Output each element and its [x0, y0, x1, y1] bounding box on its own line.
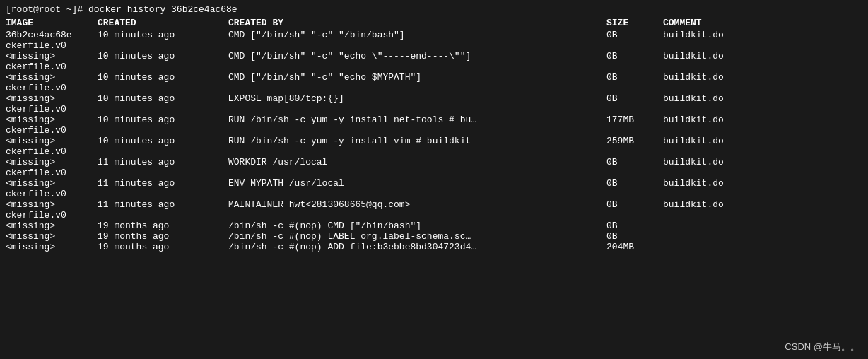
cell-image: <missing>: [6, 231, 98, 242]
cell-image: <missing>: [6, 242, 98, 252]
cell-comment: buildkit.do: [663, 178, 804, 189]
row-line1: <missing>11 minutes agoMAINTAINER hwt<28…: [6, 199, 862, 210]
cell-size: 0B: [606, 93, 663, 104]
cell-size: 0B: [606, 30, 663, 40]
header-comment: COMMENT: [663, 18, 804, 28]
cell-size: 259MB: [606, 136, 663, 146]
cell-comment: buildkit.do: [663, 93, 804, 104]
cell-created: 19 months ago: [98, 231, 228, 242]
cell-size: 0B: [606, 199, 663, 210]
row-line1: 36b2ce4ac68e10 minutes agoCMD ["/bin/sh"…: [6, 30, 862, 40]
cell-size: 204MB: [606, 242, 663, 252]
table-row: <missing>19 months ago/bin/sh -c #(nop) …: [6, 220, 862, 231]
header-image: IMAGE: [6, 18, 98, 28]
table-row: <missing>10 minutes agoCMD ["/bin/sh" "-…: [6, 72, 862, 93]
table-row: <missing>10 minutes agoRUN /bin/sh -c yu…: [6, 114, 862, 136]
row-line1: <missing>11 minutes agoWORKDIR /usr/loca…: [6, 157, 862, 167]
cell-created-by: CMD ["/bin/sh" "-c" "echo \"-----end----…: [228, 51, 606, 61]
table-row: <missing>19 months ago/bin/sh -c #(nop) …: [6, 242, 862, 252]
cell-image: <missing>: [6, 157, 98, 167]
cell-image: <missing>: [6, 93, 98, 104]
cell-created: 19 months ago: [98, 220, 228, 231]
watermark: CSDN @牛马。。: [785, 341, 860, 353]
row-line2: ckerfile.v0: [6, 40, 862, 51]
cell-size: 0B: [606, 51, 663, 61]
cell-comment: buildkit.do: [663, 114, 804, 125]
row-line2: ckerfile.v0: [6, 210, 862, 220]
cell-created: 10 minutes ago: [98, 114, 228, 125]
cell-created-by: RUN /bin/sh -c yum -y install vim # buil…: [228, 136, 606, 146]
cell-comment: buildkit.do: [663, 72, 804, 83]
cell-comment: buildkit.do: [663, 199, 804, 210]
row-line2: ckerfile.v0: [6, 104, 862, 114]
cell-created-by: EXPOSE map[80/tcp:{}]: [228, 93, 606, 104]
command-line: [root@root ~]# docker history 36b2ce4ac6…: [6, 4, 862, 15]
cell-created-by: /bin/sh -c #(nop) CMD ["/bin/bash"]: [228, 220, 606, 231]
row-line2: ckerfile.v0: [6, 167, 862, 178]
row-line1: <missing>10 minutes agoRUN /bin/sh -c yu…: [6, 136, 862, 146]
cell-size: 0B: [606, 157, 663, 167]
table-body: 36b2ce4ac68e10 minutes agoCMD ["/bin/sh"…: [6, 30, 862, 252]
cell-created-by: WORKDIR /usr/local: [228, 157, 606, 167]
cell-comment: [663, 242, 804, 252]
row-line1: <missing>10 minutes agoRUN /bin/sh -c yu…: [6, 114, 862, 125]
row-line2: ckerfile.v0: [6, 83, 862, 93]
cell-size: 0B: [606, 231, 663, 242]
table-row: <missing>11 minutes agoMAINTAINER hwt<28…: [6, 199, 862, 220]
table-row: <missing>10 minutes agoRUN /bin/sh -c yu…: [6, 136, 862, 157]
table-row: 36b2ce4ac68e10 minutes agoCMD ["/bin/sh"…: [6, 30, 862, 51]
table-row: <missing>10 minutes agoCMD ["/bin/sh" "-…: [6, 51, 862, 72]
cell-image: <missing>: [6, 114, 98, 125]
cell-image: <missing>: [6, 136, 98, 146]
cell-created-by: MAINTAINER hwt<2813068665@qq.com>: [228, 199, 606, 210]
cell-created: 11 minutes ago: [98, 199, 228, 210]
cell-created: 10 minutes ago: [98, 30, 228, 40]
cell-image: <missing>: [6, 72, 98, 83]
cell-image: <missing>: [6, 51, 98, 61]
row-line1: <missing>19 months ago/bin/sh -c #(nop) …: [6, 231, 862, 242]
header-size: SIZE: [606, 18, 663, 28]
cell-created-by: /bin/sh -c #(nop) ADD file:b3ebbe8bd3047…: [228, 242, 606, 252]
cell-size: 0B: [606, 178, 663, 189]
cell-created-by: RUN /bin/sh -c yum -y install net-tools …: [228, 114, 606, 125]
table-header: IMAGE CREATED CREATED BY SIZE COMMENT: [6, 18, 862, 28]
cell-created: 10 minutes ago: [98, 51, 228, 61]
row-line1: <missing>11 minutes agoENV MYPATH=/usr/l…: [6, 178, 862, 189]
cell-created: 11 minutes ago: [98, 157, 228, 167]
cell-comment: [663, 231, 804, 242]
row-line1: <missing>19 months ago/bin/sh -c #(nop) …: [6, 242, 862, 252]
header-created-by: CREATED BY: [228, 18, 606, 28]
cell-comment: [663, 220, 804, 231]
table-row: <missing>11 minutes agoENV MYPATH=/usr/l…: [6, 178, 862, 199]
cell-comment: buildkit.do: [663, 30, 804, 40]
row-line1: <missing>10 minutes agoEXPOSE map[80/tcp…: [6, 93, 862, 104]
cell-created-by: ENV MYPATH=/usr/local: [228, 178, 606, 189]
cell-comment: buildkit.do: [663, 51, 804, 61]
cell-size: 177MB: [606, 114, 663, 125]
cell-image: <missing>: [6, 220, 98, 231]
cell-image: 36b2ce4ac68e: [6, 30, 98, 40]
cell-created-by: CMD ["/bin/sh" "-c" "/bin/bash"]: [228, 30, 606, 40]
row-line1: <missing>19 months ago/bin/sh -c #(nop) …: [6, 220, 862, 231]
row-line2: ckerfile.v0: [6, 61, 862, 72]
cell-created-by: /bin/sh -c #(nop) LABEL org.label-schema…: [228, 231, 606, 242]
row-line2: ckerfile.v0: [6, 189, 862, 199]
cell-size: 0B: [606, 72, 663, 83]
table-row: <missing>11 minutes agoWORKDIR /usr/loca…: [6, 157, 862, 178]
terminal: [root@root ~]# docker history 36b2ce4ac6…: [0, 0, 868, 359]
cell-created: 10 minutes ago: [98, 136, 228, 146]
row-line1: <missing>10 minutes agoCMD ["/bin/sh" "-…: [6, 51, 862, 61]
cell-image: <missing>: [6, 199, 98, 210]
cell-created: 19 months ago: [98, 242, 228, 252]
row-line2: ckerfile.v0: [6, 146, 862, 157]
cell-created: 10 minutes ago: [98, 93, 228, 104]
cell-comment: buildkit.do: [663, 157, 804, 167]
header-created: CREATED: [98, 18, 228, 28]
cell-created-by: CMD ["/bin/sh" "-c" "echo $MYPATH"]: [228, 72, 606, 83]
table-row: <missing>19 months ago/bin/sh -c #(nop) …: [6, 231, 862, 242]
cell-image: <missing>: [6, 178, 98, 189]
row-line1: <missing>10 minutes agoCMD ["/bin/sh" "-…: [6, 72, 862, 83]
cell-comment: buildkit.do: [663, 136, 804, 146]
cell-created: 10 minutes ago: [98, 72, 228, 83]
cell-size: 0B: [606, 220, 663, 231]
